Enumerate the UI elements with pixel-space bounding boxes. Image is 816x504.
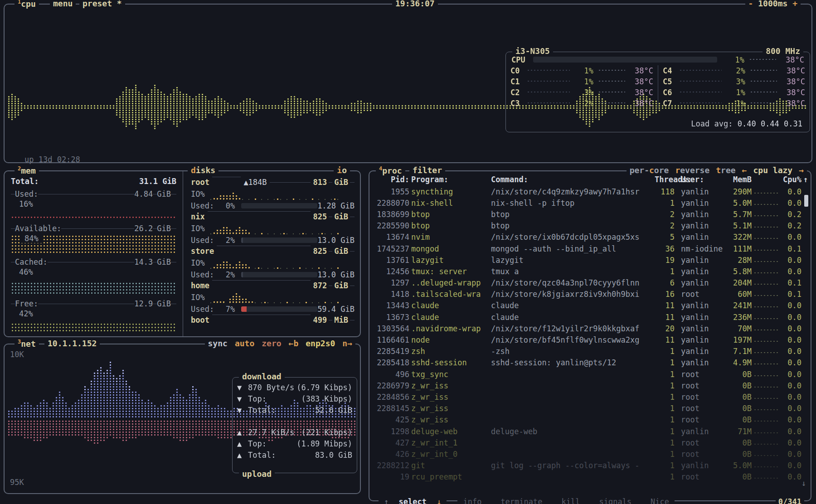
mem-free-graph: [11, 323, 176, 333]
process-row[interactable]: 1838699btopbtop2yanlin5.7M0.2: [375, 208, 808, 220]
net-panel-title[interactable]: 3net: [15, 339, 39, 349]
col-command[interactable]: Command:: [491, 175, 653, 185]
cpu-panel-title[interactable]: 1cpu: [15, 0, 39, 9]
core-row: C32%38°C: [506, 98, 658, 109]
disk-header: boot499MiB: [191, 315, 355, 325]
download-stat-row: ▼870 Byte/s(6.79 Kibps): [237, 383, 352, 394]
col-pid[interactable]: Pid:: [375, 175, 409, 185]
core-grid: C01%38°CC11%38°CC23%38°CC32%38°C C42%38°…: [506, 65, 810, 109]
disk-header: nix825GiB: [191, 211, 355, 222]
process-row[interactable]: 13673claudeclaude11yanlin236M0.0: [375, 311, 808, 323]
mem-used-graph: [11, 216, 176, 219]
uptime-label: up 13d 02:28: [24, 155, 80, 164]
zero-toggle[interactable]: zero: [262, 339, 281, 348]
terminate-action[interactable]: terminate: [498, 497, 545, 504]
col-memb[interactable]: MemB: [729, 175, 752, 185]
core-row: C42%38°C: [658, 65, 810, 76]
process-row[interactable]: 2284856z_wr_iss1root0B0.0: [375, 391, 808, 402]
interval-decrease-button[interactable]: -: [748, 0, 753, 8]
process-row[interactable]: 1955syncthing/nix/store/c4q9zmkzy9awy7h7…: [375, 186, 808, 197]
process-row[interactable]: 1297..deluged-wrapp/nix/store/qzc04a3npl…: [375, 277, 808, 289]
sort-next-button[interactable]: →: [799, 165, 804, 175]
scroll-down-icon[interactable]: ↓: [801, 479, 806, 488]
load-average: Load avg: 0.40 0.44 0.31: [691, 119, 802, 128]
process-row[interactable]: 1303564.navidrome-wrap/nix/store/f12w1yi…: [375, 323, 808, 334]
process-row[interactable]: 2288070nix-shellnix-shell -p iftop1yanli…: [375, 197, 808, 208]
upload-stat-row: ▲27.7 KiB/s(221 Kibps): [237, 428, 352, 439]
process-row[interactable]: 1745237mongodmongod --auth --bind_ip_all…: [375, 243, 808, 254]
process-row[interactable]: 496txg_sync1root0B0.0: [375, 368, 808, 380]
cpu-model-label: i3-N305: [512, 46, 553, 56]
core-row: C23%38°C: [506, 87, 658, 98]
process-row[interactable]: 19rcu_preempt1root0B0.0: [375, 471, 808, 483]
update-interval-control: - 1000ms +: [745, 0, 801, 8]
process-row[interactable]: 2285590btopbtop2yanlin5.1M0.2: [375, 220, 808, 232]
core-row: C01%38°C: [506, 65, 658, 76]
upload-label: upload: [239, 469, 275, 479]
mem-available-percent: 84%: [21, 234, 42, 243]
preset-button[interactable]: preset *: [79, 0, 125, 8]
process-row[interactable]: 2285418sshd-sessionsshd-session: yanlin@…: [375, 357, 808, 368]
disk-used-row: Used:0%1.28 GiB: [191, 200, 355, 211]
mem-cached-percent: 46%: [11, 267, 176, 278]
process-row[interactable]: 2286979z_wr_iss1root0B0.0: [375, 380, 808, 391]
sort-mode-label: cpu lazy: [753, 165, 792, 175]
mem-section-header: Cached:14.3GiB: [11, 257, 176, 267]
process-row[interactable]: 1298deluge-webdeluge-web1yanlin71M0.0: [375, 426, 808, 437]
disk-io-row: IO%: [191, 257, 355, 269]
upload-stat-row: ▲Total:83.0 GiB: [237, 451, 352, 462]
signals-action[interactable]: signals: [596, 497, 634, 504]
auto-toggle[interactable]: auto: [235, 339, 254, 348]
network-panel: 3net 10.1.1.152 syncautozero ←b enp2s0 n…: [4, 344, 361, 494]
mem-section-header: Free:12.9GiB: [11, 298, 176, 309]
process-row[interactable]: 2285419zsh-zsh1yanlin7.1M0.0: [375, 346, 808, 357]
col-program[interactable]: Program:: [411, 175, 489, 185]
menu-button[interactable]: menu: [50, 0, 76, 8]
net-speed-panel: download upload ▼870 Byte/s(6.79 Kibps)▼…: [232, 377, 357, 473]
toggle-reverse[interactable]: reverse: [675, 165, 709, 175]
process-row[interactable]: 2288212gitgit log --graph --color=always…: [375, 460, 808, 471]
toggle-tree[interactable]: tree: [716, 165, 735, 175]
col-user[interactable]: User:: [676, 175, 727, 185]
nice-action[interactable]: Nice: [648, 497, 672, 504]
sync-toggle[interactable]: sync: [208, 339, 228, 348]
filter-button[interactable]: filter: [409, 165, 445, 175]
info-action[interactable]: info: [460, 497, 484, 504]
disk-io-graph: [210, 256, 346, 270]
select-control[interactable]: ↑ select ↓: [379, 497, 447, 504]
sort-prev-button[interactable]: ←: [742, 165, 747, 175]
process-row[interactable]: 427z_wr_int_11root0B0.0: [375, 437, 808, 448]
process-row[interactable]: 2288145z_wr_iss1root0B0.0: [375, 403, 808, 414]
kill-action[interactable]: kill: [559, 497, 583, 504]
cpu-total-bar: [533, 57, 717, 63]
disk-io-row: IO%: [191, 222, 355, 234]
proc-scrollbar-thumb[interactable]: [804, 195, 808, 207]
mem-cached-graph: [11, 282, 176, 296]
process-row[interactable]: 13443claudeclaude11yanlin241M0.0: [375, 300, 808, 311]
disk-io-graph: [210, 222, 346, 235]
interval-value: 1000ms: [758, 0, 787, 8]
mem-used-percent: 16%: [11, 199, 176, 210]
ip-address-label: 10.1.1.152: [44, 339, 100, 348]
proc-panel-title[interactable]: 4proc: [376, 165, 405, 175]
col-cpu[interactable]: Cpu%: [782, 175, 801, 185]
mem-section-header: Available:26.2GiB: [11, 223, 176, 234]
process-table: 1955syncthing/nix/store/c4q9zmkzy9awy7h7…: [369, 185, 811, 483]
disk-io-row: IO%: [191, 291, 355, 303]
cpu-frequency-label: 800 MHz: [763, 46, 803, 56]
process-row[interactable]: 13674nvim/nix/store/ix0b67dcdpl05xpagx5x…: [375, 232, 808, 243]
process-row[interactable]: 1418.tailscaled-wra/nix/store/k8jgiaxrz8…: [375, 289, 808, 300]
process-row[interactable]: 1166461node/nix/store/bf45nflf0wylnscwwa…: [375, 334, 808, 345]
iface-next-button[interactable]: n→: [342, 339, 352, 348]
disk-header: root▲184B813GiB: [191, 177, 355, 188]
interval-increase-button[interactable]: +: [792, 0, 797, 8]
toggle-per-core[interactable]: per-core: [630, 165, 669, 175]
disk-used-row: Used:2%13.0 GiB: [191, 269, 355, 280]
iface-prev-button[interactable]: ←b: [289, 339, 299, 348]
process-row[interactable]: 425z_wr_iss1root0B0.0: [375, 414, 808, 426]
col-threads[interactable]: Threads:: [655, 175, 675, 185]
download-label: download: [239, 372, 285, 381]
process-row[interactable]: 426z_wr_int_01root0B0.0: [375, 448, 808, 460]
process-row[interactable]: 13761lazygitlazygit19yanlin28M0.0: [375, 254, 808, 266]
process-row[interactable]: 12456tmux: servertmux a1yanlin5.8M0.0: [375, 266, 808, 277]
